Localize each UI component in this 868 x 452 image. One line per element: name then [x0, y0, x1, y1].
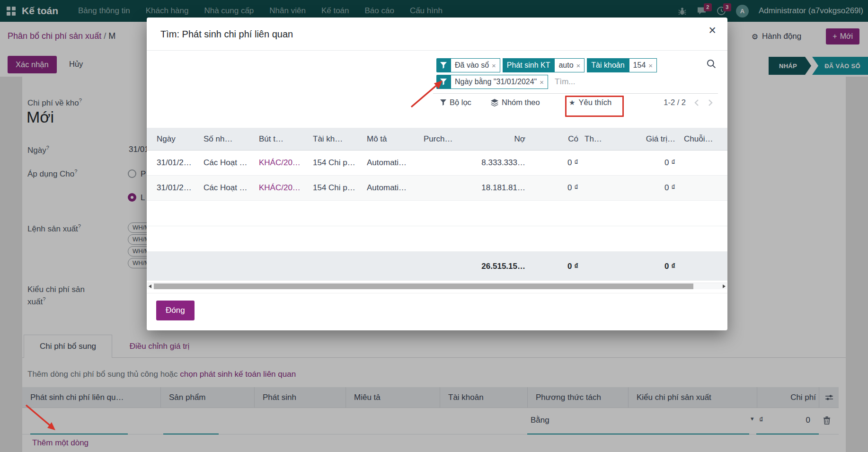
col-debit[interactable]: Nợ	[480, 134, 525, 144]
cell-debit: 18.181.81…	[480, 183, 525, 193]
close-icon[interactable]: ×	[709, 24, 716, 37]
group-by-label: Nhóm theo	[502, 98, 540, 107]
facet-posted: Đã vào sổ×	[436, 58, 500, 72]
pager: 1-2 / 2	[664, 98, 713, 107]
col-value[interactable]: Giá trị…	[614, 134, 675, 144]
filters-label: Bộ lọc	[450, 98, 471, 107]
col-credit[interactable]: Có	[525, 134, 578, 144]
col-purchase[interactable]: Purch…	[424, 134, 480, 144]
scrollbar-thumb[interactable]	[154, 284, 693, 289]
cell-value: 0 ₫	[614, 183, 675, 193]
facet-date-value: Ngày bằng "31/01/2024"	[455, 78, 537, 86]
facet-remove-icon[interactable]: ×	[540, 78, 544, 86]
col-label[interactable]: Mô tả	[367, 134, 424, 144]
col-entry[interactable]: Bút t…	[259, 134, 313, 144]
facet-posted-label: Đã vào sổ	[455, 61, 489, 70]
dialog-title: Tìm: Phát sinh chi phí liên quan	[160, 29, 293, 40]
facet-journal-entry-value: auto	[558, 61, 573, 70]
group-by-button[interactable]: Nhóm theo	[491, 98, 540, 107]
search-facets-row-2: Ngày bằng "31/01/2024"×	[436, 75, 626, 89]
facet-remove-icon[interactable]: ×	[576, 62, 581, 70]
table-row[interactable]: 31/01/2… Các Hoạt … KHÁC/20… 154 Chi p… …	[147, 176, 727, 201]
search-icon[interactable]	[707, 59, 716, 71]
facet-account-value: 154	[633, 61, 646, 70]
cell-entry-link[interactable]: KHÁC/20…	[259, 158, 313, 168]
cell-value: 0 ₫	[614, 158, 675, 168]
cell-label: Automati…	[367, 158, 424, 168]
horizontal-scrollbar[interactable]	[147, 283, 727, 289]
total-value: 0 ₫	[614, 262, 675, 271]
cell-date: 31/01/2…	[157, 158, 204, 168]
table-row[interactable]: 31/01/2… Các Hoạt … KHÁC/20… 154 Chi p… …	[147, 151, 727, 176]
cell-label: Automati…	[367, 183, 424, 193]
cell-debit: 8.333.333…	[480, 158, 525, 168]
filters-button[interactable]: Bộ lọc	[440, 98, 471, 107]
search-underline	[433, 93, 718, 94]
totals-row: 26.515.15… 0 ₫ 0 ₫	[147, 252, 727, 281]
search-facets-row-1: Đã vào sổ× Phát sinh KT auto× Tài khoản …	[436, 58, 657, 72]
scroll-right-icon[interactable]	[723, 284, 726, 288]
facet-journal-entry-label: Phát sinh KT	[503, 58, 555, 72]
search-dialog: Tìm: Phát sinh chi phí liên quan × Đã và…	[147, 18, 727, 330]
col-date[interactable]: Ngày	[157, 134, 204, 144]
pager-next-icon[interactable]	[708, 99, 713, 106]
filter-funnel-icon	[436, 75, 451, 89]
journal-items-table: Ngày Số nh… Bút t… Tài kh… Mô tả Purch… …	[147, 128, 727, 281]
cell-account: 154 Chi p…	[313, 183, 367, 193]
scroll-left-icon[interactable]	[149, 284, 151, 288]
filter-funnel-icon	[436, 58, 451, 72]
facet-date: Ngày bằng "31/01/2024"×	[436, 75, 548, 89]
col-journal[interactable]: Số nh…	[204, 134, 259, 144]
journal-items-header: Ngày Số nh… Bút t… Tài kh… Mô tả Purch… …	[147, 128, 727, 151]
cell-account: 154 Chi p…	[313, 158, 367, 168]
dialog-footer-divider	[147, 293, 727, 293]
favorites-button[interactable]: ★ Yêu thích	[569, 98, 611, 107]
cell-date: 31/01/2…	[157, 183, 204, 193]
total-credit: 0 ₫	[525, 262, 578, 271]
facet-remove-icon[interactable]: ×	[648, 62, 653, 70]
favorites-label: Yêu thích	[578, 98, 611, 107]
col-tax[interactable]: Th…	[578, 134, 614, 144]
total-debit: 26.515.15…	[480, 262, 525, 271]
cell-journal: Các Hoạt …	[204, 158, 259, 168]
empty-row	[147, 226, 727, 252]
search-input[interactable]	[555, 77, 626, 87]
facet-account-label: Tài khoản	[587, 58, 629, 72]
cell-credit: 0 ₫	[525, 183, 578, 193]
dialog-header-divider	[147, 50, 727, 51]
facet-journal-entry: Phát sinh KT auto×	[503, 58, 585, 72]
cell-journal: Các Hoạt …	[204, 183, 259, 193]
cell-credit: 0 ₫	[525, 158, 578, 168]
col-sequence[interactable]: Chuỗi…	[675, 134, 719, 144]
empty-row	[147, 201, 727, 226]
star-icon: ★	[569, 98, 575, 107]
cell-entry-link[interactable]: KHÁC/20…	[259, 183, 313, 193]
facet-account: Tài khoản 154×	[587, 58, 657, 72]
facet-remove-icon[interactable]: ×	[492, 62, 496, 70]
col-account[interactable]: Tài kh…	[313, 134, 367, 144]
pager-range: 1-2 / 2	[664, 98, 686, 107]
close-dialog-button[interactable]: Đóng	[156, 301, 195, 320]
pager-previous-icon[interactable]	[694, 99, 700, 106]
